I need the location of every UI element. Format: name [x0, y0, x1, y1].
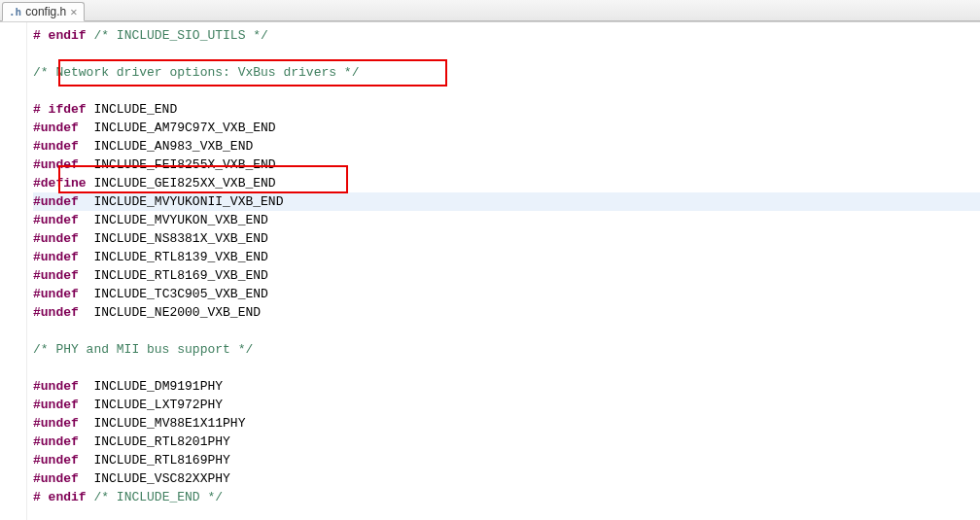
preproc-keyword: # endif — [33, 490, 87, 504]
editor-area: # endif /* INCLUDE_SIO_UTILS */ /* Netwo… — [0, 21, 980, 520]
code-text: INCLUDE_MV88E1X11PHY — [79, 416, 246, 431]
code-text: INCLUDE_END — [87, 102, 178, 117]
preproc-keyword: #undef — [33, 250, 79, 264]
preproc-keyword: #undef — [33, 213, 79, 227]
h-file-icon: .h — [9, 6, 21, 18]
preproc-keyword: #undef — [33, 287, 79, 301]
code-line[interactable]: /* Network driver options: VxBus drivers… — [33, 63, 980, 82]
code-line[interactable]: # ifdef INCLUDE_END — [33, 100, 980, 119]
preproc-keyword: #undef — [33, 453, 79, 468]
tab-filename: config.h — [25, 5, 66, 18]
code-line[interactable]: #undef INCLUDE_RTL8139_VXB_END — [33, 248, 980, 266]
code-line[interactable]: # endif /* INCLUDE_END */ — [33, 488, 980, 506]
editor-tab-config-h[interactable]: .h config.h ✕ — [2, 2, 85, 21]
code-line[interactable] — [33, 359, 980, 377]
code-text: INCLUDE_MVYUKON_VXB_END — [79, 213, 268, 227]
code-text: INCLUDE_NS8381X_VXB_END — [79, 231, 268, 246]
code-line[interactable]: #undef INCLUDE_NE2000_VXB_END — [33, 303, 980, 322]
code-text: INCLUDE_GEI825XX_VXB_END — [87, 176, 276, 191]
code-line[interactable]: #undef INCLUDE_NS8381X_VXB_END — [33, 229, 980, 248]
code-line[interactable]: #undef INCLUDE_AN983_VXB_END — [33, 137, 980, 156]
code-text: INCLUDE_AN983_VXB_END — [79, 139, 253, 154]
preproc-keyword: #undef — [33, 194, 79, 209]
code-text: INCLUDE_TC3C905_VXB_END — [79, 287, 268, 301]
editor-gutter — [0, 22, 27, 520]
code-line[interactable]: # endif /* INCLUDE_SIO_UTILS */ — [33, 26, 980, 45]
code-text: INCLUDE_RTL8169_VXB_END — [79, 268, 268, 283]
code-line[interactable] — [33, 322, 980, 340]
preproc-keyword: #undef — [33, 305, 79, 320]
code-line[interactable]: #undef INCLUDE_AM79C97X_VXB_END — [33, 119, 980, 137]
preproc-keyword: # endif — [33, 28, 87, 43]
code-line[interactable]: /* PHY and MII bus support */ — [33, 340, 980, 359]
comment-text: /* PHY and MII bus support */ — [33, 342, 253, 357]
comment-text: /* INCLUDE_END */ — [93, 490, 223, 504]
code-text: INCLUDE_RTL8201PHY — [79, 434, 230, 449]
preproc-keyword: #undef — [33, 471, 79, 486]
code-line[interactable]: #undef INCLUDE_MV88E1X11PHY — [33, 414, 980, 433]
preproc-keyword: #define — [33, 176, 87, 191]
code-text: INCLUDE_VSC82XXPHY — [79, 471, 230, 486]
comment-text: /* INCLUDE_SIO_UTILS */ — [93, 28, 267, 43]
code-line[interactable]: #undef INCLUDE_MVYUKONII_VXB_END — [33, 192, 980, 211]
editor-tab-bar: .h config.h ✕ — [0, 0, 980, 21]
preproc-keyword: #undef — [33, 121, 79, 135]
code-line[interactable] — [33, 82, 980, 100]
preproc-keyword: #undef — [33, 398, 79, 412]
code-line[interactable]: #undef INCLUDE_DM9191PHY — [33, 377, 980, 396]
code-line[interactable]: #undef INCLUDE_FEI8255X_VXB_END — [33, 156, 980, 174]
code-line[interactable]: #undef INCLUDE_LXT972PHY — [33, 396, 980, 414]
code-line[interactable]: #undef INCLUDE_RTL8201PHY — [33, 433, 980, 451]
code-text: INCLUDE_LXT972PHY — [79, 398, 223, 412]
code-line[interactable]: #undef INCLUDE_MVYUKON_VXB_END — [33, 211, 980, 229]
code-text: INCLUDE_RTL8139_VXB_END — [79, 250, 268, 264]
code-line[interactable]: #undef INCLUDE_TC3C905_VXB_END — [33, 285, 980, 303]
preproc-keyword: #undef — [33, 231, 79, 246]
code-text: INCLUDE_DM9191PHY — [79, 379, 223, 394]
code-text: INCLUDE_MVYUKONII_VXB_END — [79, 194, 284, 209]
code-editor[interactable]: # endif /* INCLUDE_SIO_UTILS */ /* Netwo… — [27, 22, 980, 520]
preproc-keyword: #undef — [33, 157, 79, 172]
code-line[interactable]: #undef INCLUDE_RTL8169_VXB_END — [33, 266, 980, 285]
preproc-keyword: #undef — [33, 268, 79, 283]
code-text: INCLUDE_FEI8255X_VXB_END — [79, 157, 276, 172]
preproc-keyword: #undef — [33, 139, 79, 154]
preproc-keyword: #undef — [33, 379, 79, 394]
preproc-keyword: #undef — [33, 434, 79, 449]
code-text: INCLUDE_RTL8169PHY — [79, 453, 230, 468]
preproc-keyword: # ifdef — [33, 102, 87, 117]
code-line[interactable] — [33, 45, 980, 63]
code-text: INCLUDE_NE2000_VXB_END — [79, 305, 261, 320]
code-line[interactable]: #undef INCLUDE_RTL8169PHY — [33, 451, 980, 469]
code-line[interactable]: #undef INCLUDE_VSC82XXPHY — [33, 469, 980, 488]
code-line[interactable]: #define INCLUDE_GEI825XX_VXB_END — [33, 174, 980, 192]
close-icon[interactable]: ✕ — [70, 5, 77, 18]
code-text: INCLUDE_AM79C97X_VXB_END — [79, 121, 276, 135]
preproc-keyword: #undef — [33, 416, 79, 431]
comment-text: /* Network driver options: VxBus drivers… — [33, 65, 359, 80]
